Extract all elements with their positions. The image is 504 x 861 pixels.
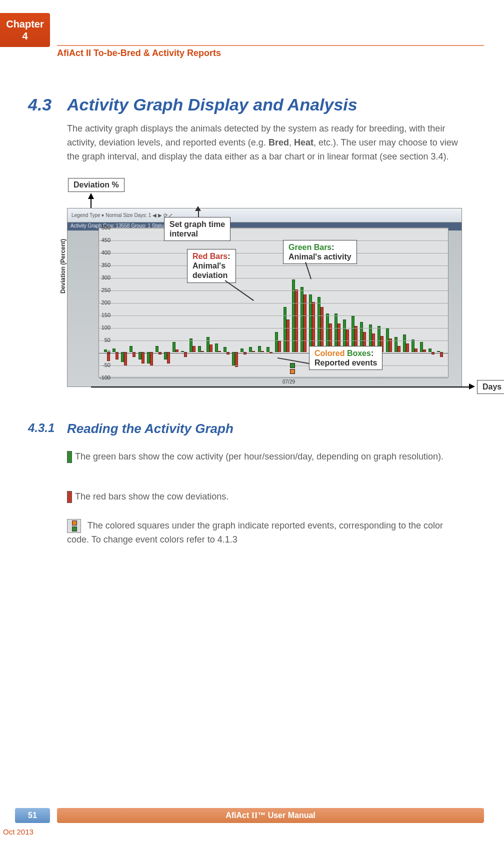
page: Chapter 4 AfiAct II To-be-Bred & Activit… <box>0 0 504 861</box>
bullet-events: The colored squares under the graph indi… <box>67 519 464 547</box>
ytick: -50 <box>102 362 110 368</box>
activity-graph-figure: Deviation % Legend Type ▾ Normal Size Da… <box>67 180 477 405</box>
chapter-tab: Chapter 4 <box>0 13 50 47</box>
ytick: 300 <box>102 274 110 280</box>
yaxis-callout: Deviation % <box>68 178 124 192</box>
event-square <box>290 363 295 368</box>
xaxis-callout: Days <box>477 380 504 394</box>
breadcrumb: AfiAct II To-be-Bred & Activity Reports <box>57 48 221 58</box>
ytick: -100 <box>100 374 110 380</box>
yaxis-arrow-icon <box>88 193 94 199</box>
ytick: 50 <box>104 337 110 343</box>
ytick: 250 <box>102 287 110 293</box>
chart-panel: Legend Type ▾ Normal Size Days: 1 ◀ ▶ ⟳ … <box>67 208 462 387</box>
xaxis-line <box>91 386 469 388</box>
plot-area <box>98 228 448 378</box>
callout-green-bars: Green Bars: Animal's activity <box>283 240 357 264</box>
section-number: 4.3 <box>28 95 52 114</box>
section-intro: The activity graph displays the animals … <box>67 122 464 164</box>
footer-manual-title: AfiAct II™ User Manual <box>57 808 484 823</box>
ytick: 100 <box>102 324 110 330</box>
bars-layer <box>99 228 448 377</box>
callout-red-bars: Red Bars: Animal's deviation <box>187 249 236 283</box>
ytick: 500 <box>102 224 110 230</box>
callout-set-interval: Set graph time interval <box>164 217 230 241</box>
ytick: 150 <box>102 312 110 318</box>
bullet-green: The green bars show the cow activity (pe… <box>67 450 464 464</box>
callout-colored-boxes: Colored Boxes: Reported events <box>309 346 382 370</box>
section-title: Activity Graph Display and Analysis <box>67 95 358 114</box>
chapter-label: Chapter <box>0 18 50 30</box>
bullet-red: The red bars show the cow deviations. <box>67 490 464 504</box>
xtick: 07/29 <box>282 379 295 384</box>
ytick: 350 <box>102 262 110 268</box>
subsection-title: Reading the Activity Graph <box>67 421 234 436</box>
header-rule <box>57 45 484 46</box>
footer-date: Oct 2013 <box>0 828 34 836</box>
chapter-number: 4 <box>0 30 50 42</box>
ytick: 200 <box>102 300 110 306</box>
event-squares-icon <box>67 519 81 533</box>
xaxis-arrow-icon <box>469 384 475 390</box>
red-bar-icon <box>67 491 72 503</box>
callout-line <box>198 210 199 217</box>
subsection-number: 4.3.1 <box>28 421 54 435</box>
yaxis-label: Deviation (Percent) <box>60 239 66 294</box>
green-bar-icon <box>67 451 72 463</box>
event-square <box>290 369 295 374</box>
ytick: 400 <box>102 250 110 256</box>
ytick: 450 <box>102 237 110 243</box>
callout-arrow-icon <box>195 206 201 211</box>
page-number: 51 <box>15 808 50 823</box>
chart-toolbar[interactable]: Legend Type ▾ Normal Size Days: 1 ◀ ▶ ⟳ … <box>68 208 462 222</box>
ytick: 0 <box>108 350 110 356</box>
